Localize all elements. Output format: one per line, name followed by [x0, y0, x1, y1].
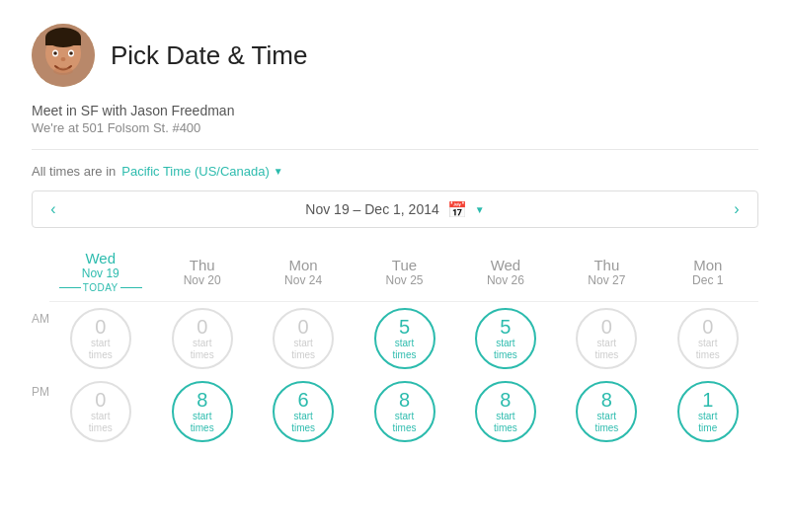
timezone-select[interactable]: Pacific Time (US/Canada) ▼: [121, 164, 282, 179]
page-container: Pick Date & Time Meet in SF with Jason F…: [0, 0, 790, 472]
slot-circle[interactable]: 8 start times: [576, 381, 637, 442]
pm-slot-6[interactable]: 1 start time: [658, 375, 758, 448]
slot-circle: 0 start times: [172, 308, 233, 369]
pm-slot-4[interactable]: 8 start times: [455, 375, 556, 448]
pm-row: PM 0 start times 8 start times 6 start t…: [32, 375, 758, 448]
timezone-label: All times are in: [32, 164, 116, 179]
slot-circle[interactable]: 8 start times: [475, 381, 536, 442]
svg-point-6: [53, 51, 57, 55]
date-range-text: Nov 19 – Dec 1, 2014: [305, 201, 438, 217]
svg-point-8: [61, 57, 66, 61]
am-row: AM 0 start times 0 start times 0 start t…: [32, 302, 758, 376]
slot-circle[interactable]: 5 start times: [475, 308, 536, 369]
day-header-0: Wed Nov 19 TODAY: [49, 246, 152, 302]
pm-slot-3[interactable]: 8 start times: [354, 375, 454, 448]
timezone-row: All times are in Pacific Time (US/Canada…: [32, 164, 758, 179]
day-header-1: Thu Nov 20: [152, 246, 253, 302]
pm-slot-1[interactable]: 8 start times: [152, 375, 253, 448]
period-col-header: [32, 246, 49, 302]
slot-circle: 0 start times: [677, 308, 739, 369]
avatar: [32, 24, 95, 87]
am-slot-5[interactable]: 0 start times: [556, 302, 657, 376]
location: We're at 501 Folsom St. #400: [32, 120, 758, 135]
date-range-arrow-icon: ▼: [475, 204, 485, 215]
timezone-value: Pacific Time (US/Canada): [121, 164, 270, 179]
am-slot-1[interactable]: 0 start times: [152, 302, 253, 376]
timezone-arrow-icon: ▼: [274, 166, 283, 177]
pm-slot-5[interactable]: 8 start times: [556, 375, 657, 448]
date-nav: ‹ Nov 19 – Dec 1, 2014 📅 ▼ ›: [32, 190, 758, 228]
day-header-4: Wed Nov 26: [455, 246, 556, 302]
am-slot-3[interactable]: 5 start times: [354, 302, 454, 376]
am-slot-2[interactable]: 0 start times: [253, 302, 354, 376]
slot-circle: 0 start times: [70, 381, 131, 442]
svg-rect-3: [45, 38, 81, 45]
slot-circle: 0 start times: [576, 308, 637, 369]
calendar-header-row: Wed Nov 19 TODAY Thu Nov 20 Mon Nov 24 T…: [32, 246, 758, 302]
meeting-title: Meet in SF with Jason Freedman: [32, 103, 758, 118]
slot-circle: 0 start times: [70, 308, 131, 369]
am-slot-6[interactable]: 0 start times: [658, 302, 758, 376]
date-range: Nov 19 – Dec 1, 2014 📅 ▼: [74, 200, 716, 219]
day-header-5: Thu Nov 27: [556, 246, 657, 302]
pm-label: PM: [32, 375, 49, 448]
slot-circle[interactable]: 8 start times: [172, 381, 233, 442]
page-title: Pick Date & Time: [111, 40, 307, 71]
prev-button[interactable]: ‹: [33, 191, 74, 227]
svg-point-7: [69, 51, 73, 55]
divider-1: [32, 149, 758, 150]
slot-circle[interactable]: 5 start times: [374, 308, 435, 369]
svg-point-9: [53, 67, 73, 75]
pm-slot-0[interactable]: 0 start times: [49, 375, 152, 448]
slot-circle[interactable]: 6 start times: [273, 381, 334, 442]
calendar-table: Wed Nov 19 TODAY Thu Nov 20 Mon Nov 24 T…: [32, 246, 758, 448]
am-slot-4[interactable]: 5 start times: [455, 302, 556, 376]
slot-circle: 0 start times: [273, 308, 334, 369]
slot-circle[interactable]: 1 start time: [677, 381, 739, 442]
calendar-icon[interactable]: 📅: [447, 200, 467, 219]
slot-circle[interactable]: 8 start times: [374, 381, 435, 442]
day-header-2: Mon Nov 24: [253, 246, 354, 302]
pm-slot-2[interactable]: 6 start times: [253, 375, 354, 448]
am-slot-0[interactable]: 0 start times: [49, 302, 152, 376]
day-header-3: Tue Nov 25: [354, 246, 454, 302]
am-label: AM: [32, 302, 49, 376]
next-button[interactable]: ›: [716, 191, 757, 227]
day-header-6: Mon Dec 1: [658, 246, 758, 302]
header: Pick Date & Time: [32, 24, 758, 87]
